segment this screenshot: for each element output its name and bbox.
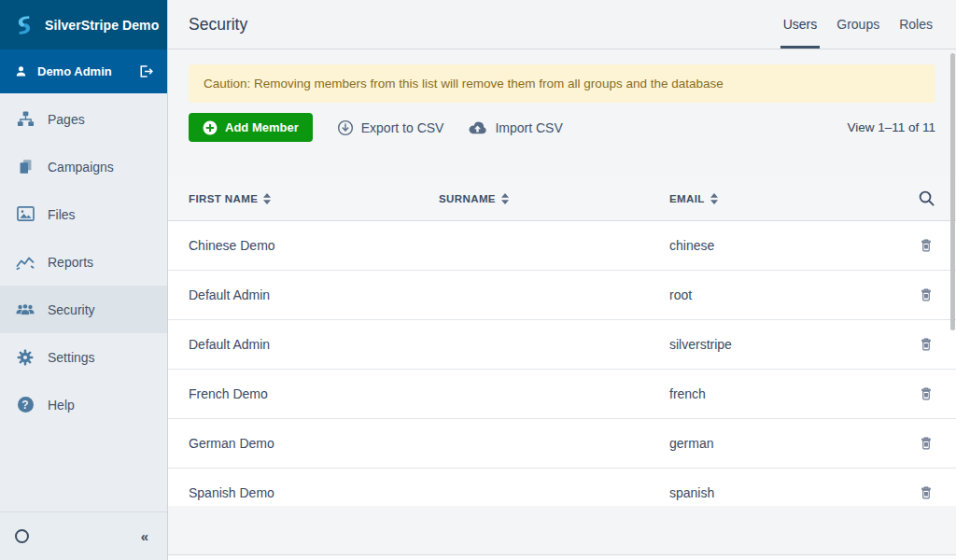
sidebar-item-label: Help [48, 398, 75, 413]
status-circle-icon [15, 529, 29, 543]
delete-member-button[interactable] [916, 433, 936, 454]
app-title: SilverStripe Demo [45, 18, 159, 33]
user-name: Demo Admin [37, 64, 112, 78]
silverstripe-logo-icon [12, 13, 36, 37]
sidebar-item-reports[interactable]: Reports [0, 238, 167, 286]
add-member-button[interactable]: Add Member [189, 113, 313, 142]
export-csv-label: Export to CSV [361, 120, 444, 135]
logout-button[interactable] [137, 63, 153, 79]
trash-icon [918, 336, 935, 353]
email-cell: silverstripe [669, 337, 896, 352]
sidebar-collapse-button[interactable]: « [137, 525, 152, 547]
sidebar-item-label: Reports [48, 255, 93, 270]
trash-icon [918, 287, 935, 303]
email-cell: chinese [669, 238, 896, 253]
table-search-button[interactable] [916, 188, 937, 209]
gear-icon [16, 349, 35, 366]
toolbar: Add Member Export to CSV [189, 113, 935, 142]
tab-groups[interactable]: Groups [834, 0, 882, 49]
sidebar-item-label: Files [48, 207, 76, 222]
sidebar-item-campaigns[interactable]: Campaigns [0, 143, 167, 190]
sidebar-footer: « [0, 511, 167, 560]
first-name-cell: Chinese Demo [189, 238, 439, 253]
delete-member-button[interactable] [916, 285, 936, 305]
sidebar-item-label: Settings [48, 350, 95, 365]
tab-users[interactable]: Users [780, 0, 821, 49]
table-row[interactable]: Spanish Demo spanish [168, 469, 956, 506]
bottom-divider [168, 554, 956, 560]
search-icon [918, 189, 935, 207]
download-circle-icon [337, 119, 354, 136]
table-row[interactable]: Default Admin silverstripe [168, 320, 956, 370]
line-chart-icon [16, 255, 35, 270]
sidebar-item-security[interactable]: Security [0, 286, 167, 333]
export-csv-button[interactable]: Export to CSV [337, 119, 444, 136]
sidebar-item-settings[interactable]: Settings [0, 333, 167, 381]
app-logo[interactable]: SilverStripe Demo [0, 0, 167, 49]
stacked-pages-icon [16, 158, 35, 175]
trash-icon [918, 385, 935, 402]
content-area: Caution: Removing members from this list… [168, 49, 956, 142]
cloud-upload-icon [468, 120, 487, 135]
sidebar-item-label: Campaigns [48, 160, 114, 175]
delete-member-button[interactable] [916, 483, 936, 503]
sidebar-item-files[interactable]: Files [0, 190, 167, 238]
vertical-scrollbar[interactable] [950, 53, 955, 330]
import-csv-button[interactable]: Import CSV [468, 120, 562, 135]
add-member-label: Add Member [225, 120, 299, 134]
table-row[interactable]: French Demo french [168, 370, 956, 419]
delete-member-button[interactable] [916, 235, 936, 256]
column-header-first-name[interactable]: FIRST NAME [189, 193, 439, 204]
trash-icon [918, 237, 935, 254]
column-header-surname[interactable]: SURNAME [439, 193, 669, 204]
first-name-cell: Spanish Demo [189, 485, 439, 500]
email-cell: root [669, 287, 896, 302]
table-header-row: FIRST NAME SURNAME EMAIL [168, 176, 956, 221]
sidebar-item-pages[interactable]: Pages [0, 95, 167, 143]
table-body: Chinese Demo chinese Default Admin root … [168, 221, 956, 506]
first-name-cell: Default Admin [189, 287, 439, 302]
sidebar: SilverStripe Demo Demo Admin Pages [0, 0, 168, 560]
caution-banner: Caution: Removing members from this list… [189, 64, 935, 103]
people-group-icon [16, 302, 35, 317]
user-profile[interactable]: Demo Admin [0, 49, 167, 93]
sidebar-nav: Pages Campaigns Files [0, 93, 167, 511]
pagination-info: View 1–11 of 11 [847, 120, 935, 134]
page-title: Security [189, 15, 247, 35]
trash-icon [918, 435, 935, 452]
plus-circle-icon [203, 120, 218, 135]
tab-bar: Users Groups Roles [780, 0, 935, 49]
table-row[interactable]: Default Admin root [168, 271, 956, 320]
main-panel: Security Users Groups Roles Caution: Rem… [168, 0, 956, 560]
table-row[interactable]: German Demo german [168, 419, 956, 469]
sidebar-item-label: Pages [48, 112, 85, 127]
sort-icon [710, 193, 718, 204]
first-name-cell: German Demo [189, 436, 439, 451]
main-header: Security Users Groups Roles [168, 0, 956, 49]
sidebar-item-label: Security [48, 302, 95, 317]
delete-member-button[interactable] [916, 384, 936, 404]
members-table: FIRST NAME SURNAME EMAIL [168, 176, 956, 506]
table-row[interactable]: Chinese Demo chinese [168, 221, 956, 271]
sort-icon [263, 193, 271, 204]
image-icon [16, 206, 35, 222]
trash-icon [918, 484, 935, 501]
tab-roles[interactable]: Roles [896, 0, 935, 49]
email-cell: german [669, 436, 896, 451]
user-icon [14, 64, 28, 78]
question-circle-icon [18, 397, 34, 413]
email-cell: spanish [669, 485, 896, 500]
first-name-cell: Default Admin [189, 337, 439, 352]
email-cell: french [669, 386, 896, 401]
sidebar-item-help[interactable]: Help [0, 381, 167, 428]
sort-icon [501, 193, 509, 204]
first-name-cell: French Demo [189, 386, 439, 401]
sitemap-icon [16, 110, 35, 128]
import-csv-label: Import CSV [495, 120, 562, 135]
delete-member-button[interactable] [916, 334, 936, 355]
column-header-email[interactable]: EMAIL [669, 193, 896, 204]
